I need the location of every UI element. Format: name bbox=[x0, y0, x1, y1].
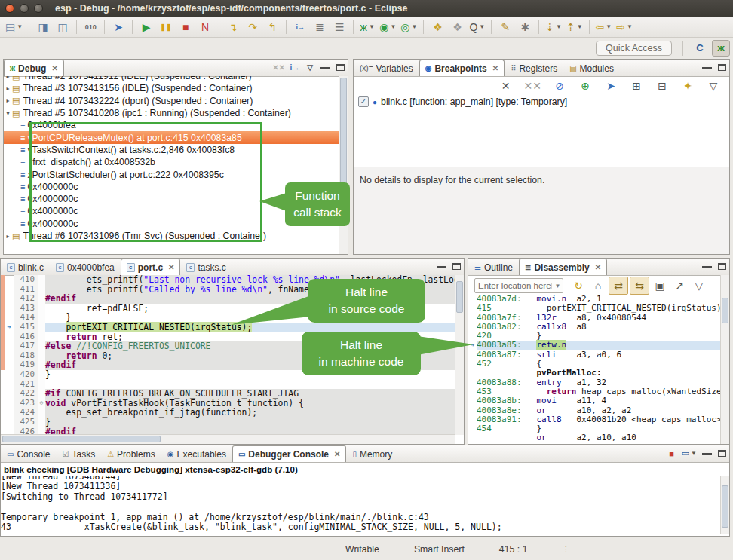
breakpoint-row[interactable]: ✓ ● blink.c [function: app_main] [type: … bbox=[354, 95, 729, 109]
maximize-icon[interactable] bbox=[451, 263, 462, 270]
fold-minus-icon[interactable]: ⊖ bbox=[38, 399, 45, 409]
debug-thread-row[interactable]: ▸▤Thread #4 1073432224 (dport) (Suspende… bbox=[4, 95, 339, 107]
tab-debugger-console[interactable]: ▭Debugger Console✕ bbox=[232, 445, 347, 462]
view-menu-button[interactable]: ▽ bbox=[704, 78, 722, 94]
chevron-down-icon[interactable]: ▼ bbox=[17, 23, 23, 30]
debug-stack-frame[interactable]: ≡_frxt_dispatch() at 0x4008532b bbox=[4, 156, 339, 168]
tab-variables[interactable]: (x)=Variables bbox=[354, 60, 419, 76]
remove-all-breakpoints-button[interactable]: ✕✕ bbox=[523, 78, 543, 94]
debug-thread-row[interactable]: ▸▤Thread #6 1073431096 (Tmr Svc) (Suspen… bbox=[4, 230, 339, 242]
debug-scrollbar[interactable] bbox=[339, 76, 348, 254]
perspective-cpp-button[interactable]: C bbox=[691, 40, 709, 57]
chevron-down-icon[interactable]: ▼ bbox=[606, 23, 612, 30]
debug-stack-frame[interactable]: ≡vTaskSwitchContext() at tasks.c:2,846 0… bbox=[4, 144, 339, 156]
step-over-button[interactable]: ↷ bbox=[244, 19, 262, 35]
maximize-icon[interactable] bbox=[716, 450, 727, 457]
minimize-icon[interactable] bbox=[701, 63, 712, 72]
chevron-down-icon[interactable]: ▼ bbox=[627, 23, 633, 30]
breakpoint-checkbox[interactable]: ✓ bbox=[358, 96, 369, 107]
tab-0x4000bfea[interactable]: c0x4000bfea bbox=[50, 259, 121, 275]
close-icon[interactable]: ✕ bbox=[168, 263, 174, 271]
debug-thread-row[interactable]: ▾▤Thread #5 1073410208 (ipc1 : Running) … bbox=[4, 107, 339, 119]
minimize-icon[interactable] bbox=[701, 449, 712, 458]
skip-all-breakpoints-button[interactable]: ⊘ bbox=[551, 78, 569, 94]
disassembly-scrollbar[interactable] bbox=[720, 275, 729, 444]
tab-blink-c[interactable]: cblink.c bbox=[1, 259, 50, 275]
tab-debug[interactable]: ж Debug ✕ bbox=[4, 60, 64, 76]
suspend-button[interactable]: ❚❚ bbox=[157, 19, 175, 35]
search-button[interactable]: Q▼ bbox=[468, 19, 486, 35]
last-edit-location-button[interactable]: ⇣▼ bbox=[544, 19, 563, 35]
tree-expander-icon[interactable]: ▸ bbox=[4, 85, 12, 92]
collapse-all-button[interactable]: ⊟ bbox=[653, 78, 671, 94]
open-resource-button[interactable]: ❖ bbox=[448, 19, 466, 35]
perspective-debug-button[interactable]: ж bbox=[712, 40, 730, 57]
tab-tasks[interactable]: ☑Tasks bbox=[56, 445, 101, 462]
debug-button[interactable]: ж▼ bbox=[358, 19, 376, 35]
chevron-down-icon[interactable]: ▼ bbox=[369, 23, 375, 30]
select-default-group-button[interactable]: ➤ bbox=[602, 78, 620, 94]
open-new-button[interactable]: ↗ bbox=[670, 277, 689, 294]
link-with-debug-view-button[interactable]: ✦ bbox=[679, 78, 697, 94]
tab-disassembly[interactable]: ≣Disassembly✕ bbox=[519, 259, 607, 275]
tab-port-c[interactable]: cport.c✕ bbox=[121, 259, 181, 275]
tree-expander-icon[interactable]: ▸ bbox=[4, 233, 12, 240]
preferences-button[interactable]: ✱ bbox=[516, 19, 534, 35]
remove-all-terminated-button[interactable]: ✕✕ bbox=[272, 63, 285, 72]
chevron-down-icon[interactable]: ▼ bbox=[551, 283, 563, 289]
tab-console[interactable]: ▭Console bbox=[1, 445, 56, 462]
disassembly-listing[interactable]: 40083a7d: movi.n a2, 1415 portEXIT_CRITI… bbox=[468, 295, 721, 444]
minimize-icon[interactable] bbox=[701, 262, 712, 271]
go-to-annotation-button[interactable]: ⇡▼ bbox=[565, 19, 584, 35]
chevron-down-icon[interactable]: ▼ bbox=[691, 450, 697, 457]
tree-expander-icon[interactable]: ▸ bbox=[4, 76, 12, 80]
tab-executables[interactable]: ◉Executables bbox=[161, 445, 232, 462]
close-icon[interactable]: ✕ bbox=[492, 64, 498, 72]
minimize-icon[interactable] bbox=[436, 262, 446, 271]
tab-problems[interactable]: ⚠Problems bbox=[101, 445, 161, 462]
maximize-icon[interactable] bbox=[335, 64, 345, 71]
tab-modules[interactable]: ▤Modules bbox=[563, 60, 620, 76]
new-view-button[interactable]: ▣ bbox=[651, 277, 669, 294]
debug-thread-row[interactable]: ▸▤Thread #2 1073411912 (IDLE) (Suspended… bbox=[4, 76, 339, 82]
external-tools-button[interactable]: ◎▼ bbox=[399, 19, 419, 35]
home-button[interactable]: ⌂ bbox=[589, 277, 607, 294]
terminate-button[interactable]: ■ bbox=[667, 449, 677, 458]
debug-thread-row[interactable]: ▸▤Thread #3 1073413156 (IDLE) (Suspended… bbox=[4, 82, 339, 94]
debug-stack-frame[interactable]: ≡0x4000bfea bbox=[4, 119, 339, 131]
tree-expander-icon[interactable]: ▸ bbox=[4, 97, 12, 104]
run-button[interactable]: ◉▼ bbox=[378, 19, 397, 35]
open-type-button[interactable]: ❖ bbox=[428, 19, 446, 35]
forward-button[interactable]: ⇨▼ bbox=[615, 19, 634, 35]
instruction-stepping-mode-button[interactable]: i→ bbox=[290, 63, 300, 72]
maximize-icon[interactable] bbox=[716, 263, 727, 270]
step-return-button[interactable]: ↰ bbox=[263, 19, 281, 35]
chevron-down-icon[interactable]: ▼ bbox=[390, 23, 396, 30]
refresh-button[interactable]: ↻ bbox=[569, 277, 587, 294]
save-button[interactable]: ◨ bbox=[34, 19, 52, 35]
display-selected-console-button[interactable]: ▭▼ bbox=[682, 448, 697, 458]
chevron-down-icon[interactable]: ▼ bbox=[479, 23, 485, 30]
sync-selection-button[interactable]: ⇄ bbox=[609, 277, 628, 295]
window-close-button[interactable] bbox=[5, 4, 14, 13]
step-into-button[interactable]: ↴ bbox=[224, 19, 242, 35]
save-all-button[interactable]: ◫ bbox=[54, 19, 72, 35]
debug-stack-frame[interactable]: ≡xPortStartScheduler() at port.c:222 0x4… bbox=[4, 168, 339, 180]
annotation-button[interactable]: ✎ bbox=[496, 19, 514, 35]
tab-tasks-c[interactable]: ctasks.c bbox=[180, 259, 232, 275]
binary-button[interactable]: 010 bbox=[81, 19, 100, 35]
maximize-icon[interactable] bbox=[716, 64, 727, 71]
status-drag-handle[interactable]: ⋮ bbox=[562, 545, 570, 553]
editor-horizontal-scrollbar[interactable] bbox=[1, 434, 455, 444]
minimize-icon[interactable] bbox=[320, 63, 330, 72]
chevron-down-icon[interactable]: ▼ bbox=[577, 23, 583, 30]
view-menu-button[interactable]: ▽ bbox=[305, 63, 315, 72]
quick-access-button[interactable]: Quick Access bbox=[596, 41, 672, 56]
close-icon[interactable]: ✕ bbox=[334, 450, 340, 458]
close-icon[interactable]: ✕ bbox=[51, 64, 57, 72]
tab-outline[interactable]: ☰Outline bbox=[468, 259, 519, 275]
resume-button[interactable]: ▶ bbox=[137, 19, 155, 35]
terminate-button[interactable]: ■ bbox=[176, 19, 195, 35]
back-button[interactable]: ⇦▼ bbox=[594, 19, 614, 35]
window-maximize-button[interactable] bbox=[34, 4, 43, 13]
